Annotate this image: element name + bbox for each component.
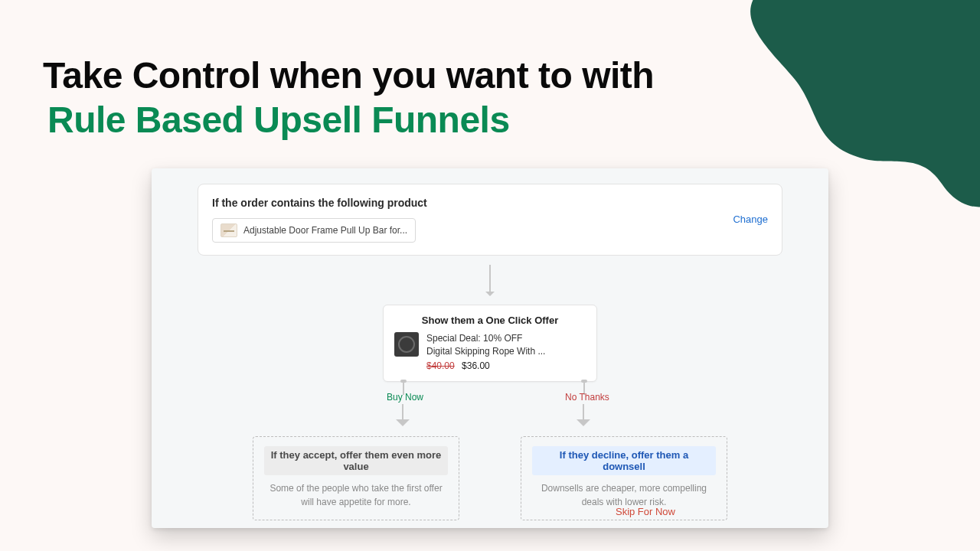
branch-decline-label: No Thanks xyxy=(565,392,609,403)
offer-price-discounted: $36.00 xyxy=(462,360,490,371)
funnel-editor-panel: If the order contains the following prod… xyxy=(152,168,828,528)
accept-result-card[interactable]: If they accept, offer them even more val… xyxy=(253,436,459,520)
trigger-title: If the order contains the following prod… xyxy=(212,197,768,209)
accept-result-heading: If they accept, offer them even more val… xyxy=(264,446,448,475)
offer-title: Show them a One Click Offer xyxy=(394,315,586,326)
arrow-down-icon xyxy=(583,404,584,425)
offer-card[interactable]: Show them a One Click Offer Special Deal… xyxy=(383,305,597,382)
arrow-down-icon xyxy=(489,265,491,295)
trigger-product-name: Adjustable Door Frame Pull Up Bar for... xyxy=(243,225,407,236)
decline-result-sub: Downsells are cheaper, more compelling d… xyxy=(532,481,716,509)
branch-accept-label: Buy Now xyxy=(387,392,423,403)
headline-line1: Take Control when you want to with xyxy=(43,54,654,98)
offer-meta: Special Deal: 10% OFF Digital Skipping R… xyxy=(426,332,545,372)
offer-product-thumb-icon xyxy=(394,332,419,357)
headline-line2: Rule Based Upsell Funnels xyxy=(47,98,654,142)
funnel-flow: Show them a One Click Offer Special Deal… xyxy=(198,260,782,513)
offer-deal-label: Special Deal: 10% OFF xyxy=(426,332,545,345)
arrow-down-icon xyxy=(402,404,403,425)
decline-result-heading: If they decline, offer them a downsell xyxy=(532,446,716,475)
skip-for-now-link[interactable]: Skip For Now xyxy=(616,506,675,517)
accept-result-sub: Some of the people who take the first of… xyxy=(264,481,448,509)
offer-product-name: Digital Skipping Rope With ... xyxy=(426,345,545,358)
trigger-product-chip[interactable]: Adjustable Door Frame Pull Up Bar for... xyxy=(212,218,416,243)
product-thumb-icon xyxy=(220,223,237,237)
trigger-card: If the order contains the following prod… xyxy=(198,184,782,256)
offer-price-original: $40.00 xyxy=(426,360,455,371)
headline: Take Control when you want to with Rule … xyxy=(43,54,654,142)
change-product-link[interactable]: Change xyxy=(733,214,768,225)
